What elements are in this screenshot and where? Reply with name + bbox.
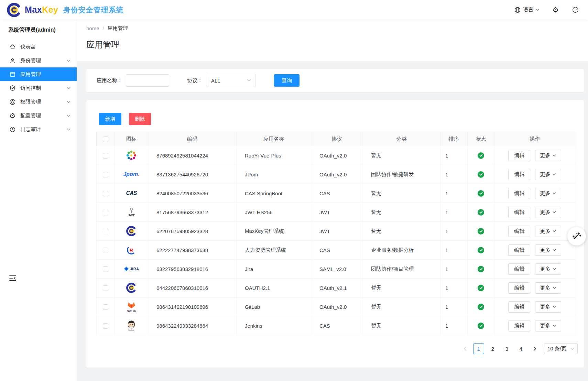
app-name-input[interactable] bbox=[126, 74, 169, 87]
edit-button[interactable]: 编辑 bbox=[508, 226, 530, 237]
edit-button[interactable]: 编辑 bbox=[508, 301, 530, 313]
status-enabled-icon bbox=[478, 228, 484, 235]
app-category: 团队协作/敏捷研发 bbox=[363, 165, 440, 184]
logout-icon bbox=[572, 6, 579, 13]
protocol-filter-label: 协议： bbox=[187, 77, 203, 84]
row-checkbox[interactable] bbox=[103, 266, 108, 272]
sidebar-item-user[interactable]: 身份管理 bbox=[0, 54, 77, 67]
more-button[interactable]: 更多 bbox=[535, 226, 561, 237]
app-protocol: CAS bbox=[311, 184, 363, 203]
maxkey-logo-icon bbox=[6, 2, 22, 18]
language-menu[interactable]: 语言 bbox=[514, 7, 539, 13]
row-checkbox[interactable] bbox=[103, 248, 108, 253]
dashboard-icon bbox=[9, 43, 16, 50]
breadcrumb-home[interactable]: home bbox=[86, 25, 99, 31]
col-code: 编码 bbox=[148, 132, 237, 146]
page-title: 应用管理 bbox=[86, 39, 588, 50]
row-checkbox[interactable] bbox=[103, 210, 108, 215]
chevron-down-icon bbox=[553, 154, 556, 157]
more-button[interactable]: 更多 bbox=[535, 263, 561, 275]
magic-wand-icon bbox=[572, 231, 581, 241]
page-button-2[interactable]: 2 bbox=[487, 343, 498, 354]
main-content: home / 应用管理 应用管理 应用名称： 协议： ALL 查询 新增 删除 bbox=[77, 20, 588, 381]
select-all-checkbox[interactable] bbox=[103, 137, 108, 142]
app-sort: 1 bbox=[440, 203, 468, 222]
more-button[interactable]: 更多 bbox=[535, 207, 561, 218]
app-protocol: OAuth_v2.0 bbox=[311, 297, 363, 316]
delete-button[interactable]: 删除 bbox=[129, 113, 151, 125]
chevron-down-icon bbox=[553, 173, 556, 176]
table-row: GitLab 986431492190109696 GitLab OAuth_v… bbox=[97, 297, 575, 316]
prev-page-button[interactable] bbox=[460, 344, 470, 354]
page-size-select[interactable]: 10 条/页 bbox=[544, 343, 578, 354]
more-button[interactable]: 更多 bbox=[535, 244, 561, 256]
edit-button[interactable]: 编辑 bbox=[508, 169, 530, 180]
app-sort: 1 bbox=[440, 316, 468, 335]
table-row: JWT 817568793663373312 JWT HS256 JWT 暂无 … bbox=[97, 203, 575, 222]
app-category: 团队协作/项目管理 bbox=[363, 260, 440, 279]
jira-logo: JIRA bbox=[120, 261, 142, 276]
gitlab-logo: GitLab bbox=[120, 299, 142, 314]
app-name: OAUTH2.1 bbox=[237, 279, 311, 297]
sidebar-item-gear[interactable]: ⚙配置管理 bbox=[0, 109, 77, 122]
app-category: 暂无 bbox=[363, 222, 440, 241]
settings-button[interactable]: ⚙ bbox=[552, 6, 559, 13]
row-checkbox[interactable] bbox=[103, 304, 108, 310]
row-checkbox[interactable] bbox=[103, 172, 108, 177]
edit-button[interactable]: 编辑 bbox=[508, 150, 530, 161]
edit-button[interactable]: 编辑 bbox=[508, 263, 530, 275]
sidebar-item-label: 配置管理 bbox=[20, 112, 62, 119]
table-row: R 622227747938373638 人力资源管理系统 CAS 企业服务/数… bbox=[97, 241, 575, 260]
more-button[interactable]: 更多 bbox=[535, 301, 561, 313]
table-row: 986432249333284864 Jenkins CAS 暂无 1 编辑 更… bbox=[97, 316, 575, 335]
app-header: MaxKey 身份安全管理系统 语言 ⚙ bbox=[0, 0, 588, 20]
page-button-1[interactable]: 1 bbox=[473, 343, 484, 354]
menu-fold-icon[interactable] bbox=[9, 275, 17, 283]
row-checkbox[interactable] bbox=[103, 285, 108, 291]
chevron-down-icon bbox=[570, 348, 574, 350]
sidebar-item-app-window[interactable]: 应用管理 bbox=[0, 67, 77, 81]
add-button[interactable]: 新增 bbox=[99, 113, 121, 125]
row-checkbox[interactable] bbox=[103, 229, 108, 234]
app-name-filter-label: 应用名称： bbox=[97, 77, 122, 84]
table-row: 876892492581044224 RuoYi-Vue-Plus OAuth_… bbox=[97, 146, 575, 165]
app-protocol: OAuth_v2.1 bbox=[311, 279, 363, 297]
row-checkbox[interactable] bbox=[103, 153, 108, 159]
sidebar-item-clock[interactable]: 日志审计 bbox=[0, 122, 77, 136]
current-user-label: 系统管理员(admin) bbox=[0, 20, 77, 39]
page-button-3[interactable]: 3 bbox=[501, 343, 512, 354]
gem-icon bbox=[9, 98, 16, 105]
col-name: 应用名称 bbox=[237, 132, 311, 146]
edit-button[interactable]: 编辑 bbox=[508, 282, 530, 294]
protocol-select[interactable]: ALL bbox=[207, 74, 255, 87]
app-category: 暂无 bbox=[363, 146, 440, 165]
chevron-down-icon bbox=[535, 9, 539, 11]
more-button[interactable]: 更多 bbox=[535, 282, 561, 294]
chevron-down-icon bbox=[553, 211, 556, 214]
chevron-down-icon bbox=[67, 87, 70, 89]
magic-wand-fab[interactable] bbox=[567, 227, 586, 246]
more-button[interactable]: 更多 bbox=[535, 150, 561, 161]
next-page-button[interactable] bbox=[530, 344, 540, 354]
more-button[interactable]: 更多 bbox=[535, 320, 561, 331]
more-button[interactable]: 更多 bbox=[535, 188, 561, 199]
sidebar-item-dashboard[interactable]: 仪表盘 bbox=[0, 40, 77, 54]
edit-button[interactable]: 编辑 bbox=[508, 244, 530, 256]
table-row: 644220607860310016 OAUTH2.1 OAuth_v2.1 暂… bbox=[97, 279, 575, 297]
logout-button[interactable] bbox=[572, 6, 579, 13]
chevron-down-icon bbox=[247, 79, 251, 82]
search-button[interactable]: 查询 bbox=[274, 74, 300, 87]
sidebar-item-shield-check[interactable]: 访问控制 bbox=[0, 81, 77, 95]
sidebar-item-label: 访问控制 bbox=[20, 85, 62, 91]
sidebar-item-gem[interactable]: 权限管理 bbox=[0, 95, 77, 109]
clock-icon bbox=[9, 126, 16, 133]
edit-button[interactable]: 编辑 bbox=[508, 207, 530, 218]
page-button-4[interactable]: 4 bbox=[515, 343, 526, 354]
app-protocol: SAML_v2.0 bbox=[311, 260, 363, 279]
more-button[interactable]: 更多 bbox=[535, 169, 561, 180]
edit-button[interactable]: 编辑 bbox=[508, 188, 530, 199]
app-name: Jira bbox=[237, 260, 311, 279]
edit-button[interactable]: 编辑 bbox=[508, 320, 530, 331]
row-checkbox[interactable] bbox=[103, 191, 108, 196]
row-checkbox[interactable] bbox=[103, 323, 108, 329]
